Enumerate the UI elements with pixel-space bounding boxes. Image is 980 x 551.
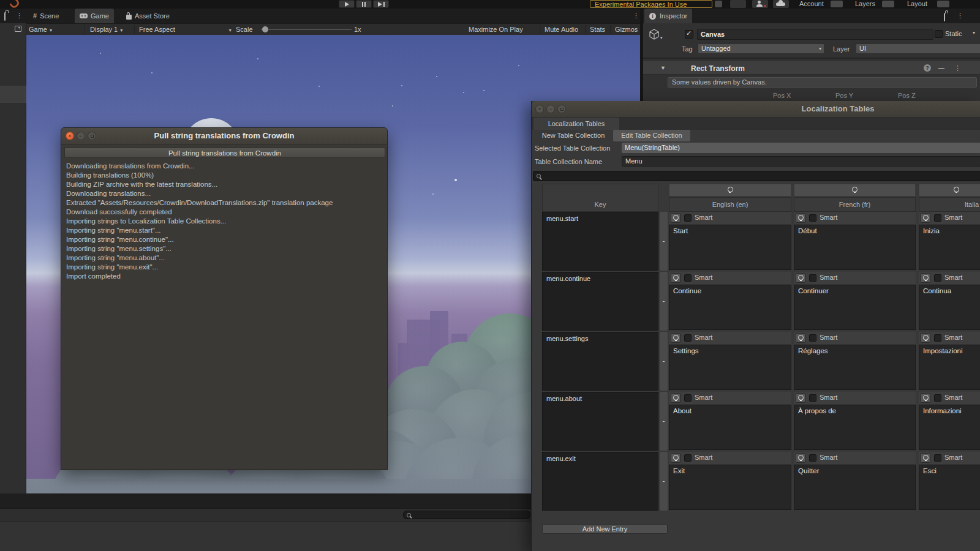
smart-checkbox[interactable]: [809, 394, 816, 402]
step-button[interactable]: [373, 0, 389, 8]
panel-menu-icon[interactable]: ⋮: [16, 12, 23, 20]
collapsed-panel-icon[interactable]: [15, 26, 21, 32]
collab-button[interactable]: ×: [752, 0, 768, 8]
entry-settings-button[interactable]: [921, 453, 930, 463]
key-cell[interactable]: menu.about: [542, 392, 658, 451]
window-titlebar[interactable]: × − Localization Tables: [532, 101, 980, 118]
key-cell[interactable]: menu.continue: [542, 272, 658, 331]
table-search-input[interactable]: [533, 171, 980, 181]
rect-transform-header[interactable]: ▼ Rect Transform ? ⋮: [643, 61, 980, 75]
entry-settings-button[interactable]: [921, 273, 930, 283]
pause-button[interactable]: [356, 0, 372, 8]
smart-checkbox[interactable]: [684, 334, 692, 342]
scale-slider-track[interactable]: [261, 29, 352, 30]
remove-entry-button[interactable]: -: [660, 212, 668, 271]
game-view-dropdown[interactable]: Game▾: [29, 24, 52, 35]
smart-checkbox[interactable]: [934, 274, 941, 282]
aspect-dropdown[interactable]: Free Aspect▾: [139, 24, 232, 35]
tab-scene[interactable]: # Scene: [28, 9, 64, 23]
cloud-button[interactable]: [773, 0, 789, 8]
translation-cell-en[interactable]: About: [669, 405, 791, 450]
account-dropdown-box[interactable]: [831, 1, 843, 7]
translation-cell-fr[interactable]: À propos de: [794, 405, 916, 450]
game-panel-menu-icon[interactable]: ⋮: [633, 12, 639, 20]
account-dropdown[interactable]: Account: [799, 0, 824, 8]
smart-checkbox[interactable]: [934, 454, 941, 462]
layer-dropdown[interactable]: UI▾: [856, 43, 980, 54]
edit-table-collection-button[interactable]: Edit Table Collection: [613, 130, 690, 141]
inspector-menu-icon[interactable]: ⋮: [957, 12, 963, 20]
display-dropdown[interactable]: Display 1▾: [90, 24, 123, 35]
entry-settings-button[interactable]: [796, 393, 805, 403]
table-collection-name-field[interactable]: Menu: [622, 156, 980, 167]
translation-cell-fr[interactable]: Début: [794, 225, 916, 270]
scale-slider-knob[interactable]: [262, 26, 268, 32]
undo-history-button[interactable]: [730, 0, 746, 8]
entry-settings-button[interactable]: [796, 273, 805, 283]
column-header-key[interactable]: Key: [542, 184, 658, 212]
play-button[interactable]: [339, 0, 355, 8]
entry-settings-button[interactable]: [671, 273, 680, 283]
active-checkbox[interactable]: [685, 30, 693, 39]
column-settings-fr[interactable]: [794, 184, 916, 197]
smart-checkbox[interactable]: [809, 334, 816, 342]
mute-audio-button[interactable]: Mute Audio: [545, 24, 578, 35]
column-settings-en[interactable]: [669, 184, 791, 197]
smart-checkbox[interactable]: [684, 274, 692, 282]
smart-checkbox[interactable]: [809, 214, 816, 222]
column-header-fr[interactable]: French (fr): [794, 197, 916, 212]
layout-dropdown-box[interactable]: [937, 1, 949, 7]
tab-inspector[interactable]: i Inspector: [644, 9, 692, 23]
smart-checkbox[interactable]: [809, 274, 816, 282]
remove-entry-button[interactable]: -: [660, 332, 668, 391]
tab-game[interactable]: Game: [75, 9, 114, 23]
translation-cell-en[interactable]: Settings: [669, 345, 791, 390]
translation-cell-fr[interactable]: Quitter: [794, 465, 916, 510]
static-checkbox[interactable]: [935, 30, 943, 38]
remove-entry-button[interactable]: -: [660, 272, 668, 331]
entry-settings-button[interactable]: [671, 213, 680, 223]
key-cell[interactable]: menu.settings: [542, 332, 658, 391]
column-header-en[interactable]: English (en): [669, 197, 791, 212]
translation-cell-fr[interactable]: Continuer: [794, 285, 916, 330]
column-header-it[interactable]: Italia: [919, 197, 980, 212]
rail-item[interactable]: [0, 86, 26, 103]
minimize-icon[interactable]: −: [546, 105, 555, 113]
smart-checkbox[interactable]: [934, 394, 941, 402]
pull-translations-button[interactable]: Pull string translations from Crowdin: [64, 148, 385, 158]
new-table-collection-button[interactable]: New Table Collection: [533, 130, 613, 141]
translation-cell-it[interactable]: Continua: [919, 285, 980, 330]
inspector-lock-icon[interactable]: [944, 13, 945, 21]
object-name-field[interactable]: Canvas: [697, 29, 933, 40]
layers-dropdown-box[interactable]: [882, 1, 894, 7]
translation-cell-en[interactable]: Continue: [669, 285, 791, 330]
add-new-entry-button[interactable]: Add New Entry: [542, 524, 668, 534]
close-icon[interactable]: ×: [535, 105, 544, 113]
tab-localization-tables[interactable]: Localization Tables: [533, 118, 619, 130]
smart-checkbox[interactable]: [809, 454, 816, 462]
icon-dropdown-arrow[interactable]: ▾: [660, 36, 663, 40]
translation-cell-en[interactable]: Start: [669, 225, 791, 270]
experimental-packages-badge[interactable]: Experimental Packages In Use: [590, 0, 712, 8]
maximize-icon[interactable]: [557, 105, 566, 113]
entry-settings-button[interactable]: [921, 333, 930, 343]
key-cell[interactable]: menu.exit: [542, 452, 658, 511]
entry-settings-button[interactable]: [796, 213, 805, 223]
selected-table-collection-field[interactable]: Menu(StringTable): [622, 143, 980, 153]
layers-dropdown[interactable]: Layers: [855, 0, 875, 8]
translation-cell-it[interactable]: Inizia: [919, 225, 980, 270]
smart-checkbox[interactable]: [684, 214, 692, 222]
remove-entry-button[interactable]: -: [660, 392, 668, 451]
layout-dropdown[interactable]: Layout: [907, 0, 927, 8]
column-settings-it[interactable]: [919, 184, 980, 197]
static-dropdown-arrow[interactable]: ▾: [973, 30, 975, 36]
entry-settings-button[interactable]: [796, 333, 805, 343]
stats-button[interactable]: Stats: [590, 24, 605, 35]
gizmos-dropdown[interactable]: Gizmos▾: [615, 24, 643, 35]
entry-settings-button[interactable]: [671, 453, 680, 463]
translation-cell-it[interactable]: Impostazioni: [919, 345, 980, 390]
help-icon[interactable]: ?: [924, 64, 931, 72]
foldout-arrow-icon[interactable]: ▼: [660, 65, 666, 71]
entry-settings-button[interactable]: [921, 393, 930, 403]
gameobject-cube-icon[interactable]: [648, 28, 660, 42]
